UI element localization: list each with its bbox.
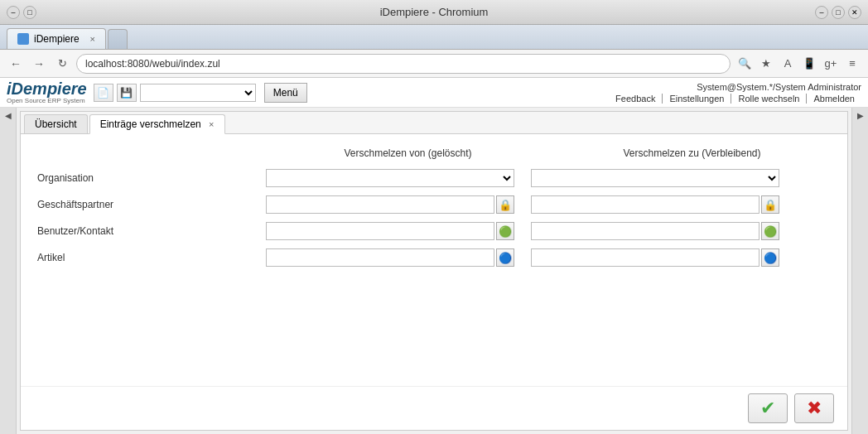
back-button[interactable]: ←	[7, 55, 25, 73]
toolbar: 📄 💾 Menü	[94, 83, 307, 103]
tab-label: iDempiere	[34, 33, 80, 45]
artikel-to-input[interactable]	[531, 248, 760, 267]
window-minimize[interactable]: –	[7, 6, 20, 19]
sidebar-left-toggle[interactable]: ◀	[0, 108, 17, 434]
partner-to-input[interactable]	[531, 195, 760, 214]
forward-button[interactable]: →	[30, 55, 48, 73]
menu-button[interactable]: Menü	[264, 83, 307, 103]
content-area: Übersicht Einträge verschmelzen × Versch…	[20, 111, 848, 431]
browser-tabs: iDempiere ×	[0, 25, 868, 50]
switch-role-link[interactable]: Rolle wechseln	[731, 94, 807, 104]
check-icon: ✔	[760, 398, 775, 419]
form-column-headers: Verschmelzen von (gelöscht) Verschmelzen…	[34, 147, 834, 159]
window-close-btn[interactable]: ✕	[848, 6, 861, 19]
window-controls-right[interactable]: – □ ✕	[815, 6, 861, 19]
field-artikel-to: 🔵	[531, 248, 779, 267]
logout-link[interactable]: Abmelden	[807, 94, 861, 104]
label-partner: Geschäftspartner	[34, 199, 266, 210]
field-artikel-from: 🔵	[266, 248, 514, 267]
col-header-to: Verschmelzen zu (Verbleibend)	[568, 147, 817, 159]
organisation-from-select[interactable]	[266, 169, 514, 187]
user-from-btn[interactable]: 🟢	[496, 222, 514, 240]
bookmark-btn[interactable]: ★	[757, 55, 775, 73]
window-max-btn[interactable]: □	[832, 6, 845, 19]
browser-tab-idempiere[interactable]: iDempiere ×	[7, 28, 106, 49]
mobile-btn[interactable]: 📱	[800, 55, 818, 73]
form-row-artikel: Artikel 🔵 🔵	[34, 248, 834, 267]
window-title: iDempiere - Chromium	[380, 6, 489, 18]
lock-icon-1: 🔒	[499, 199, 512, 211]
window-maximize[interactable]: □	[23, 6, 36, 19]
tab-favicon	[17, 33, 29, 45]
tab-merge-label: Einträge verschmelzen	[100, 118, 201, 130]
gplus-btn[interactable]: g+	[822, 55, 840, 73]
save-btn[interactable]: 💾	[117, 84, 137, 102]
logo-text: iDempiere	[7, 80, 87, 97]
context-select[interactable]	[140, 84, 256, 102]
artikel-to-btn[interactable]: 🔵	[761, 248, 779, 267]
user-to-btn[interactable]: 🟢	[761, 222, 779, 240]
partner-from-input[interactable]	[266, 195, 494, 214]
sidebar-left-arrow: ◀	[5, 111, 12, 120]
window-chrome: – □ iDempiere - Chromium – □ ✕	[0, 0, 868, 25]
user-icon-2: 🟢	[764, 225, 777, 238]
form-row-partner: Geschäftspartner 🔒 🔒	[34, 195, 834, 214]
user-icon-1: 🟢	[499, 225, 512, 238]
artikel-icon-2: 🔵	[764, 252, 777, 264]
app-header: iDempiere Open Source ERP System 📄 💾 Men…	[0, 78, 868, 108]
translate-btn[interactable]: A	[779, 55, 797, 73]
form-row-user: Benutzer/Kontakt 🟢 🟢	[34, 222, 834, 240]
artikel-icon-1: 🔵	[499, 252, 512, 264]
main-area: ◀ Übersicht Einträge verschmelzen × Vers…	[0, 108, 868, 434]
user-links: Feedback Einstellungen Rolle wechseln Ab…	[609, 94, 861, 104]
cancel-button[interactable]: ✖	[794, 393, 834, 423]
browser-actions: 🔍 ★ A 📱 g+ ≡	[735, 55, 861, 73]
tab-overview[interactable]: Übersicht	[24, 114, 88, 133]
search-btn[interactable]: 🔍	[735, 55, 754, 73]
field-organisation-to	[531, 169, 779, 187]
field-partner-from: 🔒	[266, 195, 514, 214]
url-bar[interactable]: localhost:8080/webui/index.zul	[76, 54, 731, 74]
label-user: Benutzer/Kontakt	[34, 225, 266, 237]
logo-sub: Open Source ERP System	[7, 97, 87, 104]
user-to-input[interactable]	[531, 222, 760, 240]
refresh-button[interactable]: ↻	[53, 55, 71, 73]
label-artikel: Artikel	[34, 252, 266, 263]
artikel-from-input[interactable]	[266, 248, 494, 267]
address-bar: ← → ↻ localhost:8080/webui/index.zul 🔍 ★…	[0, 50, 868, 78]
field-organisation-from	[266, 169, 514, 187]
partner-to-btn[interactable]: 🔒	[761, 195, 779, 214]
field-user-to: 🟢	[531, 222, 779, 240]
user-from-input[interactable]	[266, 222, 494, 240]
label-organisation: Organisation	[34, 172, 266, 184]
menu-btn[interactable]: ≡	[843, 55, 861, 73]
form-content: Verschmelzen von (gelöscht) Verschmelzen…	[21, 134, 847, 386]
url-text: localhost:8080/webui/index.zul	[85, 58, 220, 70]
form-row-organisation: Organisation	[34, 169, 834, 187]
window-controls-left[interactable]: – □	[7, 6, 36, 19]
partner-from-btn[interactable]: 🔒	[496, 195, 514, 214]
cross-icon: ✖	[807, 398, 822, 419]
sidebar-right-arrow: ▶	[857, 111, 864, 120]
lock-icon-2: 🔒	[764, 199, 777, 211]
tab-close-btn[interactable]: ×	[90, 34, 95, 44]
settings-link[interactable]: Einstellungen	[663, 94, 731, 104]
sidebar-right-toggle[interactable]: ▶	[851, 108, 868, 434]
user-nav: System@System.*/System Administrator Fee…	[609, 82, 861, 104]
user-info: System@System.*/System Administrator	[697, 82, 861, 92]
window-min-btn[interactable]: –	[815, 6, 828, 19]
field-user-from: 🟢	[266, 222, 514, 240]
confirm-button[interactable]: ✔	[748, 393, 788, 423]
form-footer: ✔ ✖	[21, 386, 847, 430]
app-logo: iDempiere Open Source ERP System	[7, 80, 87, 104]
organisation-to-select[interactable]	[531, 169, 779, 187]
tab-merge[interactable]: Einträge verschmelzen ×	[89, 114, 225, 134]
col-header-from: Verschmelzen von (gelöscht)	[284, 147, 533, 159]
feedback-link[interactable]: Feedback	[609, 94, 663, 104]
artikel-from-btn[interactable]: 🔵	[496, 248, 514, 267]
tab-merge-close[interactable]: ×	[209, 119, 214, 129]
tab-new-btn[interactable]	[108, 29, 128, 49]
field-partner-to: 🔒	[531, 195, 779, 214]
new-document-btn[interactable]: 📄	[94, 84, 113, 102]
tabs-bar: Übersicht Einträge verschmelzen ×	[21, 112, 847, 134]
